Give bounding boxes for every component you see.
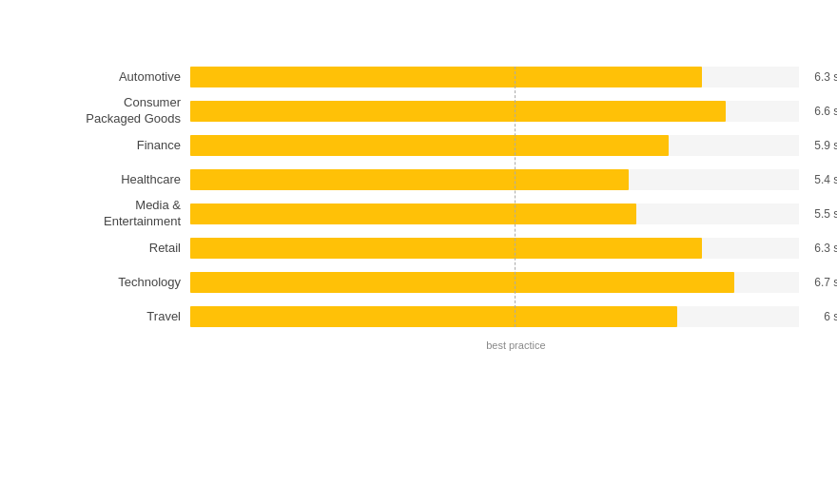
bar-label: Technology (38, 275, 181, 291)
bar-fill (190, 306, 677, 327)
bar-track: 5.4 sec (190, 169, 799, 190)
best-practice-label: best practice (486, 339, 545, 351)
bar-row: Media &Entertainment5.5 sec (190, 204, 799, 224)
chart-wrapper: Automotive6.3 secConsumerPackaged Goods6… (38, 67, 799, 327)
page-title (0, 0, 837, 19)
bar-label: Travel (38, 309, 181, 325)
chart-container: Automotive6.3 secConsumerPackaged Goods6… (0, 19, 837, 378)
bar-row: Finance5.9 sec (190, 135, 799, 156)
bar-value: 6.3 sec (814, 242, 837, 255)
bar-fill (190, 101, 726, 122)
bar-row: Automotive6.3 sec (190, 67, 799, 87)
bar-fill (190, 238, 702, 259)
bar-label: Automotive (38, 69, 181, 86)
bar-track: 6.3 sec (190, 238, 799, 259)
bar-label: Healthcare (38, 172, 181, 188)
bar-value: 6 sec (824, 310, 837, 323)
bar-label: Media &Entertainment (38, 198, 181, 230)
bar-label: ConsumerPackaged Goods (38, 95, 181, 127)
bar-fill (190, 135, 669, 156)
bar-track: 5.5 sec (190, 204, 799, 224)
bar-fill (190, 272, 734, 293)
bar-row: Healthcare5.4 sec (190, 169, 799, 190)
bar-value: 5.5 sec (814, 207, 837, 221)
bar-label: Finance (38, 138, 181, 154)
bar-track: 6.3 sec (190, 67, 799, 87)
bar-value: 6.7 sec (814, 276, 837, 289)
bar-value: 5.9 sec (814, 139, 837, 152)
bar-row: Travel6 sec (190, 306, 799, 327)
bar-row: Technology6.7 sec (190, 272, 799, 293)
bar-fill (190, 169, 629, 190)
bar-row: ConsumerPackaged Goods6.6 sec (190, 101, 799, 122)
bar-track: 5.9 sec (190, 135, 799, 156)
bar-value: 5.4 sec (814, 173, 837, 186)
bar-value: 6.3 sec (814, 70, 837, 84)
bar-value: 6.6 sec (814, 105, 837, 118)
bar-label: Retail (38, 241, 181, 257)
bar-row: Retail6.3 sec (190, 238, 799, 259)
bar-track: 6.6 sec (190, 101, 799, 122)
chart-area: Automotive6.3 secConsumerPackaged Goods6… (190, 67, 799, 327)
bar-fill (190, 204, 636, 224)
bar-fill (190, 67, 702, 87)
bar-track: 6.7 sec (190, 272, 799, 293)
bar-track: 6 sec (190, 306, 799, 327)
